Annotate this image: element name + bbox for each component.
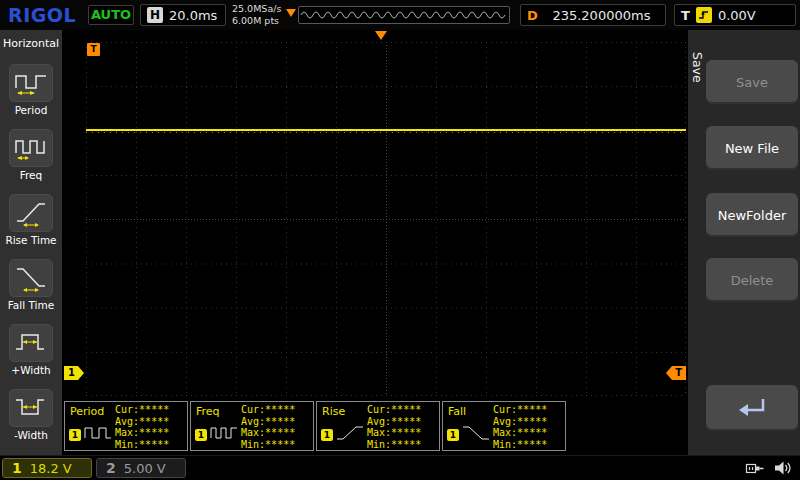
delay-key-label: D — [527, 8, 538, 23]
menu-item-period[interactable]: Period — [0, 64, 62, 116]
return-arrow-icon — [735, 396, 769, 420]
cur-value: ***** — [391, 404, 421, 415]
speaker-icon — [774, 460, 792, 476]
menu-item-label: +Width — [0, 364, 62, 376]
channel-source-badge: 1 — [447, 429, 459, 441]
save-button[interactable]: Save — [706, 60, 798, 104]
channel-source-badge: 1 — [69, 429, 81, 441]
avg-value: ***** — [517, 416, 547, 427]
top-status-bar: RIGOL AUTO H 20.0ms 25.0MSa/s 6.00M pts … — [0, 0, 800, 30]
sample-rate-value: 25.0MSa/s — [232, 3, 281, 15]
menu-item-freq[interactable]: Freq — [0, 129, 62, 181]
menu-item-label: Period — [0, 104, 62, 116]
menu-item-rise-time[interactable]: Rise Time — [0, 194, 62, 246]
rigol-logo: RIGOL — [8, 4, 76, 26]
cur-value: ***** — [139, 404, 169, 415]
avg-label: Avg: — [115, 416, 139, 427]
channel1-chip[interactable]: 1 18.2 V — [2, 458, 92, 478]
min-value: ***** — [391, 439, 421, 450]
graticule-grid — [86, 42, 686, 396]
measurement-values: Cur:***** Avg:***** Max:***** Min:***** — [367, 404, 421, 450]
freq-measure-icon: 1 — [195, 424, 238, 441]
avg-label: Avg: — [241, 416, 265, 427]
waveform-display-area: T 1 T — [62, 30, 688, 398]
usb-icon — [745, 461, 764, 476]
menu-item-fall-time[interactable]: Fall Time — [0, 259, 62, 311]
measurement-name: Rise — [322, 405, 345, 418]
cur-label: Cur: — [493, 404, 517, 415]
measurement-values: Cur:***** Avg:***** Max:***** Min:***** — [493, 404, 547, 450]
channel2-chip[interactable]: 2 5.00 V — [96, 458, 186, 478]
measurement-panel-freq: Freq 1 Cur:***** Avg:***** Max:***** Min… — [190, 401, 314, 451]
measurement-panel-rise: Rise 1 Cur:***** Avg:***** Max:***** Min… — [316, 401, 440, 451]
menu-item-label: Freq — [0, 169, 62, 181]
trigger-key-label: T — [681, 8, 690, 23]
menu-tab-save: Save — [690, 52, 705, 83]
measurement-values: Cur:***** Avg:***** Max:***** Min:***** — [241, 404, 295, 450]
cur-value: ***** — [517, 404, 547, 415]
rise-time-icon — [9, 194, 53, 232]
min-label: Min: — [241, 439, 265, 450]
menu-item-label: Rise Time — [0, 234, 62, 246]
back-button[interactable] — [706, 385, 798, 431]
timebase-value: 20.0ms — [169, 8, 217, 23]
channel1-number: 1 — [12, 460, 22, 476]
menu-item-minus-width[interactable]: -Width — [0, 389, 62, 441]
min-label: Min: — [493, 439, 517, 450]
max-label: Max: — [493, 427, 517, 438]
channel-source-badge: 1 — [321, 429, 333, 441]
max-value: ***** — [517, 427, 547, 438]
min-value: ***** — [139, 439, 169, 450]
freq-icon — [9, 129, 53, 167]
min-value: ***** — [265, 439, 295, 450]
max-label: Max: — [115, 427, 139, 438]
save-menu-sidebar: Save Save New File NewFolder Delete — [688, 30, 800, 455]
max-value: ***** — [265, 427, 295, 438]
fall-time-icon — [9, 259, 53, 297]
min-value: ***** — [517, 439, 547, 450]
avg-label: Avg: — [493, 416, 517, 427]
max-label: Max: — [367, 427, 391, 438]
menu-item-plus-width[interactable]: +Width — [0, 324, 62, 376]
waveform-preview-strip — [298, 6, 510, 24]
channel2-number: 2 — [106, 460, 116, 476]
trigger-level-value: 0.00V — [718, 8, 756, 23]
trigger-delay-box: D 235.200000ms — [520, 4, 666, 26]
avg-value: ***** — [391, 416, 421, 427]
new-file-button[interactable]: New File — [706, 126, 798, 170]
delay-value: 235.200000ms — [544, 8, 659, 23]
cur-label: Cur: — [115, 404, 139, 415]
cur-label: Cur: — [367, 404, 391, 415]
channel-source-badge: 1 — [195, 429, 207, 441]
cur-label: Cur: — [241, 404, 265, 415]
measurement-name: Fall — [448, 405, 466, 418]
measurement-name: Period — [70, 405, 104, 418]
max-value: ***** — [391, 427, 421, 438]
fall-measure-icon: 1 — [447, 424, 490, 441]
minus-width-icon — [9, 389, 53, 427]
memory-depth-value: 6.00M pts — [232, 15, 281, 27]
rise-measure-icon: 1 — [321, 424, 364, 441]
avg-value: ***** — [139, 416, 169, 427]
period-icon — [9, 64, 53, 102]
horizontal-timebase-box[interactable]: H 20.0ms — [140, 4, 226, 26]
measurement-panel-fall: Fall 1 Cur:***** Avg:***** Max:***** Min… — [442, 401, 566, 451]
bottom-status-bar: 1 18.2 V 2 5.00 V — [0, 455, 800, 480]
delete-button[interactable]: Delete — [706, 258, 798, 302]
channel1-level-marker: 1 — [64, 366, 84, 380]
menu-item-label: -Width — [0, 429, 62, 441]
channel2-scale: 5.00 V — [124, 461, 166, 476]
preview-sine-icon — [299, 7, 509, 23]
new-folder-button[interactable]: NewFolder — [706, 193, 798, 237]
trigger-edge-icon — [698, 9, 710, 21]
measurement-values: Cur:***** Avg:***** Max:***** Min:***** — [115, 404, 169, 450]
avg-value: ***** — [265, 416, 295, 427]
min-label: Min: — [367, 439, 391, 450]
trigger-source-badge — [696, 7, 712, 23]
measurement-name: Freq — [196, 405, 220, 418]
oscilloscope-screen: RIGOL AUTO H 20.0ms 25.0MSa/s 6.00M pts … — [0, 0, 800, 480]
measure-menu-sidebar: Horizontal Period Freq — [0, 30, 62, 455]
trigger-status-box: T 0.00V — [674, 4, 796, 26]
run-state-badge[interactable]: AUTO — [88, 5, 134, 25]
acquisition-info: 25.0MSa/s 6.00M pts — [232, 3, 281, 27]
